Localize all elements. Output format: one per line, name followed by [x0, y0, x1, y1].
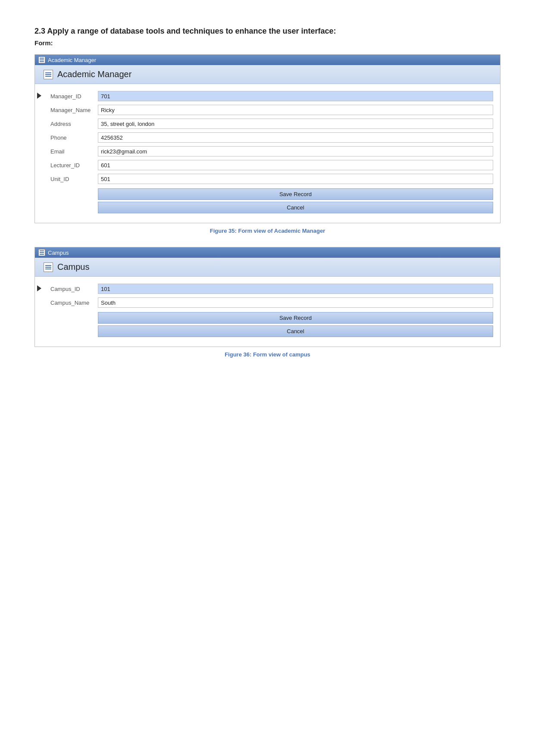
form2-titlebar-icon: [38, 249, 45, 256]
table-row: Address: [50, 119, 493, 129]
form1-titlebar: Academic Manager: [35, 55, 500, 65]
form2-header-icon: [44, 262, 53, 272]
field-input-lecturer-id[interactable]: [98, 160, 493, 170]
form1-titlebar-icon: [38, 56, 45, 63]
cancel-button[interactable]: Cancel: [98, 202, 493, 213]
save-record-button[interactable]: Save Record: [98, 312, 493, 324]
table-row: Manager_ID: [50, 91, 493, 101]
table-row: Phone: [50, 132, 493, 143]
table-row: Manager_Name: [50, 105, 493, 115]
save-record-button[interactable]: Save Record: [98, 188, 493, 200]
form1-fields: Manager_IDManager_NameAddressPhoneEmailL…: [44, 88, 500, 219]
field-label: Lecturer_ID: [50, 162, 98, 169]
form2-header: Campus: [35, 258, 500, 277]
field-label: Address: [50, 121, 98, 127]
table-row: Campus_ID: [50, 284, 493, 294]
field-input-manager-name[interactable]: [98, 105, 493, 115]
field-label: Manager_Name: [50, 107, 98, 113]
field-input-email[interactable]: [98, 146, 493, 156]
field-input-campus-id[interactable]: [98, 284, 493, 294]
sub-heading: Form:: [34, 39, 501, 47]
field-input-address[interactable]: [98, 119, 493, 129]
form1-caption: Figure 35: Form view of Academic Manager: [34, 228, 501, 234]
table-row: Email: [50, 146, 493, 156]
form2-nav-arrow[interactable]: [37, 285, 41, 291]
form1-body: Manager_IDManager_NameAddressPhoneEmailL…: [35, 84, 500, 223]
form1-titlebar-text: Academic Manager: [48, 57, 96, 63]
field-label: Manager_ID: [50, 93, 98, 100]
form1-header-icon: [44, 70, 53, 79]
section-heading: 2.3 Apply a range of database tools and …: [34, 26, 501, 37]
form1-header: Academic Manager: [35, 65, 500, 84]
form2-fields: Campus_IDCampus_NameSave RecordCancel: [44, 281, 500, 342]
form2-btn-row: Save RecordCancel: [50, 312, 493, 337]
field-label: Unit_ID: [50, 176, 98, 182]
table-row: Unit_ID: [50, 174, 493, 184]
cancel-button[interactable]: Cancel: [98, 325, 493, 337]
form1-header-title: Academic Manager: [57, 69, 131, 79]
form2-nav[interactable]: [35, 281, 44, 342]
field-label: Campus_Name: [50, 300, 98, 306]
table-row: Campus_Name: [50, 297, 493, 308]
academic-manager-form-window: Academic Manager Academic Manager Manage…: [34, 54, 501, 223]
field-label: Campus_ID: [50, 286, 98, 292]
field-input-unit-id[interactable]: [98, 174, 493, 184]
field-label: Phone: [50, 134, 98, 141]
form1-nav[interactable]: [35, 88, 44, 219]
form1-nav-arrow[interactable]: [37, 93, 41, 99]
form2-header-title: Campus: [57, 262, 89, 272]
form2-titlebar: Campus: [35, 247, 500, 258]
campus-form-window: Campus Campus Campus_IDCampus_NameSave R…: [34, 247, 501, 347]
table-row: Lecturer_ID: [50, 160, 493, 170]
form2-titlebar-text: Campus: [48, 250, 69, 256]
form2-body: Campus_IDCampus_NameSave RecordCancel: [35, 277, 500, 347]
field-input-campus-name[interactable]: [98, 297, 493, 308]
field-input-manager-id[interactable]: [98, 91, 493, 101]
field-input-phone[interactable]: [98, 132, 493, 143]
form1-btn-row: Save RecordCancel: [50, 188, 493, 213]
form2-caption: Figure 36: Form view of campus: [34, 351, 501, 358]
field-label: Email: [50, 148, 98, 155]
